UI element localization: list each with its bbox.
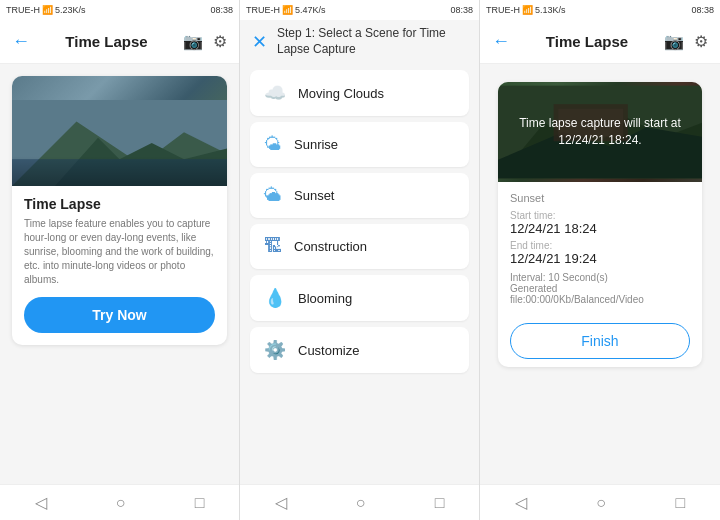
bottom-nav-2: ◁ ○ □ xyxy=(240,484,479,520)
header-3: ← Time Lapse 📷 ⚙ xyxy=(480,20,720,64)
bottom-nav-1: ◁ ○ □ xyxy=(0,484,239,520)
capture-interval: Interval: 10 Second(s) Generated file:00… xyxy=(510,272,690,305)
scene-item-construction[interactable]: 🏗 Construction xyxy=(250,224,469,269)
timelapse-card: Time Lapse Time lapse feature enables yo… xyxy=(12,76,227,345)
scene-label-construction: Construction xyxy=(294,239,367,254)
scene-item-customize[interactable]: ⚙️ Customize xyxy=(250,327,469,373)
scene-label-moving-clouds: Moving Clouds xyxy=(298,86,384,101)
status-right-3: 08:38 xyxy=(691,5,714,15)
status-bar-2: TRUE-H 📶 5.47K/s 08:38 xyxy=(240,0,479,20)
scene-label-sunset: Sunset xyxy=(294,188,334,203)
end-time-field: End time: 12/24/21 19:24 xyxy=(510,240,690,266)
svg-rect-3 xyxy=(12,159,227,186)
nav-recent-1[interactable]: □ xyxy=(195,494,205,512)
signal-bars-2: 📶 xyxy=(282,5,293,15)
speed-1: 5.23K/s xyxy=(55,5,86,15)
nav-home-1[interactable]: ○ xyxy=(116,494,126,512)
status-bar-1: TRUE-H 📶 5.23K/s 08:38 xyxy=(0,0,239,20)
signal-bars-3: 📶 xyxy=(522,5,533,15)
nav-home-3[interactable]: ○ xyxy=(596,494,606,512)
capture-preview: Time lapse capture will start at 12/24/2… xyxy=(498,82,702,182)
back-button-1[interactable]: ← xyxy=(12,31,30,52)
page-title-3: Time Lapse xyxy=(546,33,628,50)
panel3-content: Time lapse capture will start at 12/24/2… xyxy=(480,64,720,484)
panel-timelapse-intro: TRUE-H 📶 5.23K/s 08:38 ← Time Lapse 📷 ⚙ xyxy=(0,0,240,520)
carrier-2: TRUE-H xyxy=(246,5,280,15)
status-left-2: TRUE-H 📶 5.47K/s xyxy=(246,5,326,15)
nav-back-3[interactable]: ◁ xyxy=(515,493,527,512)
moving-clouds-icon: ☁️ xyxy=(264,82,286,104)
scene-select-title: Step 1: Select a Scene for Time Lapse Ca… xyxy=(277,26,467,57)
header-icons-1: 📷 ⚙ xyxy=(183,32,227,51)
scene-item-sunrise[interactable]: 🌤 Sunrise xyxy=(250,122,469,167)
scene-header: ✕ Step 1: Select a Scene for Time Lapse … xyxy=(240,20,479,64)
scene-item-sunset[interactable]: 🌥 Sunset xyxy=(250,173,469,218)
status-left-3: TRUE-H 📶 5.13K/s xyxy=(486,5,566,15)
header-1: ← Time Lapse 📷 ⚙ xyxy=(0,20,239,64)
scene-label-customize: Customize xyxy=(298,343,359,358)
scene-label-blooming: Blooming xyxy=(298,291,352,306)
generated-text: Generated file:00:00/0Kb/Balanced/Video xyxy=(510,283,644,305)
status-right-1: 08:38 xyxy=(210,5,233,15)
card-description: Time lapse feature enables you to captur… xyxy=(24,217,215,287)
start-time-field: Start time: 12/24/21 18:24 xyxy=(510,210,690,236)
construction-icon: 🏗 xyxy=(264,236,282,257)
gear-icon-1: ⚙ xyxy=(213,33,227,50)
capture-card: Time lapse capture will start at 12/24/2… xyxy=(498,82,702,367)
panel1-content: Time Lapse Time lapse feature enables yo… xyxy=(0,64,239,484)
gallery-icon-1: 📷 xyxy=(183,33,203,50)
panel-capture-details: TRUE-H 📶 5.13K/s 08:38 ← Time Lapse 📷 ⚙ xyxy=(480,0,720,520)
card-body: Time Lapse Time lapse feature enables yo… xyxy=(12,186,227,287)
panel-scene-select: TRUE-H 📶 5.47K/s 08:38 ✕ Step 1: Select … xyxy=(240,0,480,520)
nav-recent-3[interactable]: □ xyxy=(676,494,686,512)
bottom-nav-3: ◁ ○ □ xyxy=(480,484,720,520)
scene-item-moving-clouds[interactable]: ☁️ Moving Clouds xyxy=(250,70,469,116)
close-button[interactable]: ✕ xyxy=(252,31,267,53)
start-time-label: Start time: xyxy=(510,210,690,221)
capture-overlay-message: Time lapse capture will start at 12/24/2… xyxy=(508,115,692,149)
page-title-1: Time Lapse xyxy=(65,33,147,50)
time-2: 08:38 xyxy=(450,5,473,15)
blooming-icon: 💧 xyxy=(264,287,286,309)
back-button-3[interactable]: ← xyxy=(492,31,510,52)
nav-recent-2[interactable]: □ xyxy=(435,494,445,512)
speed-2: 5.47K/s xyxy=(295,5,326,15)
end-time-label: End time: xyxy=(510,240,690,251)
gallery-button-3[interactable]: 📷 xyxy=(664,32,684,51)
finish-button[interactable]: Finish xyxy=(510,323,690,359)
card-title: Time Lapse xyxy=(24,196,215,212)
start-time-value: 12/24/21 18:24 xyxy=(510,221,690,236)
try-now-button[interactable]: Try Now xyxy=(24,297,215,333)
capture-overlay: Time lapse capture will start at 12/24/2… xyxy=(498,82,702,182)
settings-button-1[interactable]: ⚙ xyxy=(213,32,227,51)
mountain-illustration xyxy=(12,100,227,186)
header-icons-3: 📷 ⚙ xyxy=(664,32,708,51)
speed-3: 5.13K/s xyxy=(535,5,566,15)
carrier-1: TRUE-H xyxy=(6,5,40,15)
status-left-1: TRUE-H 📶 5.23K/s xyxy=(6,5,86,15)
capture-scene-name: Sunset xyxy=(510,192,690,204)
status-bar-3: TRUE-H 📶 5.13K/s 08:38 xyxy=(480,0,720,20)
status-right-2: 08:38 xyxy=(450,5,473,15)
end-time-value: 12/24/21 19:24 xyxy=(510,251,690,266)
nav-back-1[interactable]: ◁ xyxy=(35,493,47,512)
time-1: 08:38 xyxy=(210,5,233,15)
sunset-icon: 🌥 xyxy=(264,185,282,206)
interval-text: Interval: 10 Second(s) xyxy=(510,272,608,283)
gallery-button-1[interactable]: 📷 xyxy=(183,32,203,51)
settings-button-3[interactable]: ⚙ xyxy=(694,32,708,51)
capture-info: Sunset Start time: 12/24/21 18:24 End ti… xyxy=(498,182,702,315)
sunrise-icon: 🌤 xyxy=(264,134,282,155)
time-3: 08:38 xyxy=(691,5,714,15)
scene-label-sunrise: Sunrise xyxy=(294,137,338,152)
nav-back-2[interactable]: ◁ xyxy=(275,493,287,512)
scene-item-blooming[interactable]: 💧 Blooming xyxy=(250,275,469,321)
scene-list: ☁️ Moving Clouds 🌤 Sunrise 🌥 Sunset 🏗 Co… xyxy=(240,64,479,484)
nav-home-2[interactable]: ○ xyxy=(356,494,366,512)
customize-icon: ⚙️ xyxy=(264,339,286,361)
signal-bars-1: 📶 xyxy=(42,5,53,15)
timelapse-photo xyxy=(12,76,227,186)
carrier-3: TRUE-H xyxy=(486,5,520,15)
